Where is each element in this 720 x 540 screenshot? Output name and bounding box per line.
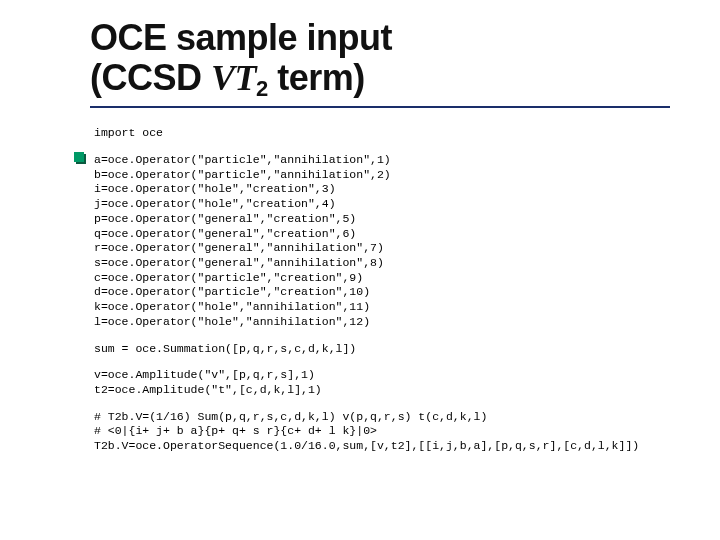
slide: OCE sample input (CCSD VT2 term) import …	[0, 0, 720, 540]
title-subscript: 2	[256, 76, 268, 101]
code-amplitudes: v=oce.Amplitude("v",[p,q,r,s],1) t2=oce.…	[94, 368, 670, 397]
code-operators: a=oce.Operator("particle","annihilation"…	[94, 153, 670, 330]
title-line-2b: term)	[268, 57, 365, 98]
title-vt: VT	[211, 58, 256, 98]
code-block: import ocea=oce.Operator("particle","ann…	[94, 126, 670, 454]
bullet-icon	[74, 152, 84, 162]
code-import: import oce	[94, 126, 670, 141]
title-line-1: OCE sample input	[90, 17, 392, 58]
code-sequence: # T2b.V=(1/16) Sum(p,q,r,s,c,d,k,l) v(p,…	[94, 410, 670, 454]
slide-title: OCE sample input (CCSD VT2 term)	[90, 18, 670, 98]
title-line-2a: (CCSD	[90, 57, 211, 98]
code-summation: sum = oce.Summation([p,q,r,s,c,d,k,l])	[94, 342, 670, 357]
title-underline	[90, 106, 670, 108]
